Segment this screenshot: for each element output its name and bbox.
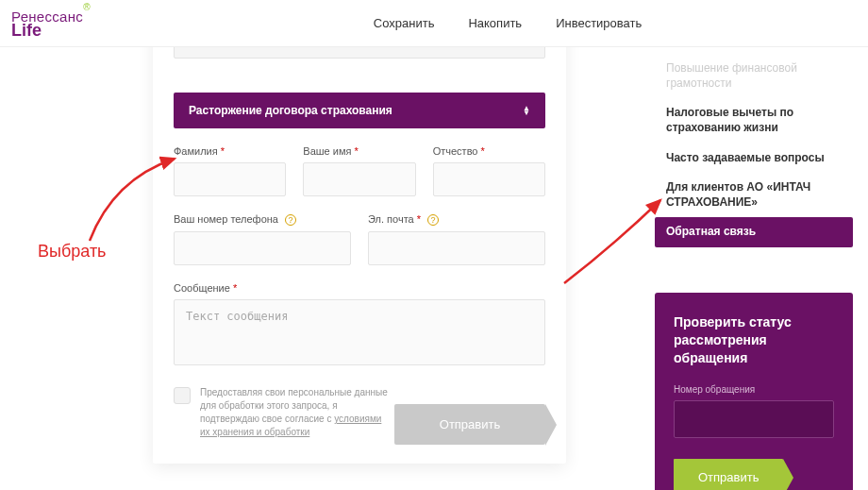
- sidebar: Оплата страховых взносов банковской карт…: [655, 0, 853, 490]
- sidebar-item[interactable]: Налоговые вычеты по страхованию жизни: [655, 98, 853, 143]
- email-input[interactable]: [368, 231, 545, 265]
- logo: Ренессанс® Life: [11, 8, 91, 39]
- consent-text: Предоставляя свои персональные данные дл…: [200, 386, 389, 439]
- phone-input[interactable]: [174, 231, 351, 265]
- topic-select[interactable]: Расторжение договора страхования ▲▼: [174, 93, 545, 128]
- status-number-input[interactable]: [674, 400, 834, 438]
- consent-checkbox[interactable]: [174, 387, 191, 404]
- lastname-label: Фамилия *: [174, 145, 286, 157]
- feedback-form: Да, я клиент Нет, я не являюсь вашим кли…: [153, 0, 566, 464]
- sidebar-item[interactable]: Обратная связь: [655, 217, 853, 247]
- submit-button[interactable]: Отправить: [394, 404, 545, 445]
- main-nav: Сохранить Накопить Инвестировать: [374, 16, 642, 30]
- annotation-select-text: Выбрать: [38, 242, 107, 262]
- email-label: Эл. почта * ?: [368, 213, 545, 226]
- message-textarea[interactable]: [174, 299, 545, 365]
- nav-accumulate[interactable]: Накопить: [468, 16, 522, 30]
- header: Ренессанс® Life Сохранить Накопить Инвес…: [0, 0, 868, 47]
- status-send-button[interactable]: Отправить: [674, 459, 783, 490]
- chevron-updown-icon: ▲▼: [523, 106, 530, 115]
- topic-select-label: Расторжение договора страхования: [189, 104, 392, 117]
- help-icon[interactable]: ?: [427, 214, 439, 226]
- sidebar-item[interactable]: Повышение финансовой грамотности: [655, 54, 853, 98]
- message-label: Сообщение *: [174, 282, 545, 294]
- firstname-input[interactable]: [303, 162, 415, 196]
- help-icon[interactable]: ?: [285, 214, 296, 226]
- nav-invest[interactable]: Инвестировать: [556, 16, 642, 30]
- firstname-label: Ваше имя *: [303, 145, 415, 157]
- status-title: Проверить статус рассмотрения обращения: [674, 313, 834, 367]
- sidebar-item[interactable]: Для клиентов АО «ИНТАЧ СТРАХОВАНИЕ»: [655, 173, 853, 217]
- nav-save[interactable]: Сохранить: [374, 16, 435, 30]
- sidebar-item[interactable]: Часто задаваемые вопросы: [655, 144, 853, 174]
- status-label: Номер обращения: [674, 384, 834, 395]
- patronymic-input[interactable]: [433, 162, 545, 196]
- phone-label: Ваш номер телефона ?: [174, 213, 351, 226]
- lastname-input[interactable]: [174, 162, 286, 196]
- status-check-box: Проверить статус рассмотрения обращения …: [655, 293, 853, 490]
- patronymic-label: Отчество *: [433, 145, 545, 157]
